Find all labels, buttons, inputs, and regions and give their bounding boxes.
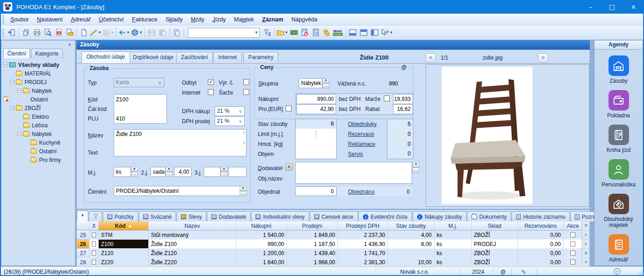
table-row[interactable]: 28 Z220 Židle Z220 1 640,00 1 968,00 2 3…	[77, 258, 583, 267]
objednat-input[interactable]: 0	[295, 186, 337, 196]
tree-item-prodej-nabytek[interactable]: Nábytek	[3, 86, 73, 95]
scroll-goto-icon[interactable]: ✕	[582, 258, 589, 267]
x-cell[interactable]	[90, 249, 99, 258]
search-input[interactable]	[189, 29, 252, 37]
mj2-coef-input[interactable]: 4,00	[174, 167, 191, 177]
status-check-icon[interactable]: ✓	[614, 268, 620, 275]
menu-napoveda[interactable]: Nápověda	[287, 15, 322, 25]
nazev-input[interactable]: Židle Z100	[116, 131, 142, 137]
menu-mzdy[interactable]: Mzdy	[186, 15, 208, 25]
panel-main-button[interactable]	[358, 27, 369, 38]
tab-doplnkove-udaje[interactable]: Doplňkové údaje	[128, 52, 178, 63]
tab-obchodni-udaje[interactable]: Obchodní údaje	[81, 51, 130, 63]
product-image[interactable]	[442, 67, 533, 204]
mail-document-button[interactable]	[64, 27, 75, 38]
mj2-input[interactable]: sada	[151, 167, 166, 177]
tab-slevy[interactable]: Slevy	[176, 211, 206, 221]
dropdown-button[interactable]: ▼	[240, 186, 247, 191]
tab-svazane[interactable]: Svázané	[139, 211, 176, 221]
web-services-button[interactable]: ▼	[131, 27, 143, 38]
sarze-checkbox[interactable]	[243, 89, 249, 95]
agenda-folder-button[interactable]: ▼	[276, 27, 289, 38]
menu-jizdy[interactable]: Jízdy	[208, 15, 230, 25]
rezervovano-header[interactable]: Rezervováno	[518, 221, 564, 231]
exit-agenda-button[interactable]	[6, 27, 17, 38]
mj3-input[interactable]	[204, 167, 221, 177]
sklad-cell[interactable]: ZBOŽÍ	[472, 249, 518, 258]
akce-cell[interactable]	[564, 240, 583, 249]
tree-item-elektro[interactable]: Elektro	[3, 112, 73, 121]
stav-cell[interactable]	[388, 249, 434, 258]
save-copy-button[interactable]	[157, 27, 168, 38]
internet-checkbox[interactable]	[208, 89, 214, 95]
panel-bottom-button[interactable]	[347, 27, 358, 38]
rezervovano-cell[interactable]: 0,00	[518, 249, 564, 258]
tree-item-zbozi-nabytek[interactable]: Nábytek	[3, 130, 73, 138]
back-button[interactable]: ▼	[118, 27, 131, 38]
prodejni-dph-cell[interactable]: 2 381,30	[338, 258, 388, 267]
prodejni-header[interactable]: Prodejní	[287, 221, 338, 231]
sklad-cell[interactable]: PRODEJ	[472, 240, 518, 249]
tab-kategorie[interactable]: Kategorie	[31, 49, 62, 59]
menu-ucetnictvi[interactable]: Účetnictví	[95, 15, 128, 25]
price-at-icon[interactable]: @	[399, 64, 408, 70]
mj-header[interactable]: M.j.	[434, 221, 472, 231]
filter-button[interactable]	[262, 27, 273, 38]
prodejni-dph-cell[interactable]: 2 237,30	[338, 231, 388, 240]
dph-prodej-select[interactable]: 21 %∨	[215, 116, 245, 126]
tree-item-prodej[interactable]: PRODEJ	[3, 78, 73, 86]
nakupni-input[interactable]: 990,00	[297, 94, 336, 104]
menu-fakturace[interactable]: Fakturace	[128, 15, 161, 25]
prodejni-cell[interactable]: 1 439,40	[287, 249, 338, 258]
collapse-icon[interactable]	[17, 132, 21, 136]
collapse-icon[interactable]	[10, 106, 14, 110]
tab-nakupy-zasoby[interactable]: iNákupy zásoby	[413, 211, 467, 221]
kod-cell[interactable]: STM	[99, 231, 149, 240]
nazev-cell[interactable]: Stůl montovaný	[149, 231, 236, 240]
dropdown-button[interactable]: ▼	[413, 162, 419, 167]
print-preview-button[interactable]	[42, 27, 53, 38]
nakupni-header[interactable]: Nákupní	[236, 221, 287, 231]
nazev-cell[interactable]: Židle Z120	[149, 249, 236, 258]
minimize-button[interactable]: –	[580, 0, 601, 14]
agenda-pokladna[interactable]: Pokladna	[594, 90, 643, 119]
objednano-link[interactable]: Objednáno	[348, 189, 375, 195]
nazev-header[interactable]: Název	[149, 221, 236, 231]
grid-button[interactable]: ▼	[102, 27, 115, 38]
stav-cell[interactable]: 4,00	[388, 231, 434, 240]
sklad-cell[interactable]: ZBOŽÍ	[472, 231, 518, 240]
akce-cell[interactable]	[564, 258, 583, 267]
dph-nakup-select[interactable]: 21 %∨	[215, 106, 245, 116]
mj-cell[interactable]: ks	[434, 231, 472, 240]
row-checkbox[interactable]	[92, 232, 96, 237]
rezervovano-cell[interactable]: 0,00	[518, 258, 564, 267]
pro-eur-checkbox[interactable]	[286, 105, 292, 111]
kod-cell[interactable]: Z120	[99, 249, 149, 258]
more-button[interactable]: …	[131, 172, 138, 177]
tab-cenove-akce[interactable]: Cenové akce	[310, 211, 358, 221]
tree-item-material[interactable]: MATERIÁL	[3, 69, 73, 78]
search-dropdown-arrow[interactable]: ▼	[255, 30, 258, 35]
tab-star[interactable]: *	[77, 211, 88, 221]
more-button[interactable]: …	[413, 167, 419, 173]
nakupni-cell[interactable]: 1 200,00	[236, 249, 287, 258]
tree-item-leciva[interactable]: Léčiva	[3, 121, 73, 130]
more-button[interactable]: …	[240, 191, 247, 196]
panel-side-button[interactable]	[369, 27, 380, 38]
nazev-cell[interactable]: Židle Z100	[149, 240, 236, 249]
servis-link[interactable]: Servis	[348, 151, 363, 157]
akce-checkbox[interactable]	[570, 232, 575, 237]
reklamace-link[interactable]: Reklamace	[348, 141, 375, 147]
odbyt-checkbox[interactable]	[208, 79, 214, 85]
agenda-personalistika[interactable]: Personalistika	[594, 159, 643, 188]
akce-cell[interactable]	[564, 231, 583, 240]
menu-nastaveni[interactable]: Nastavení	[33, 15, 66, 25]
mj-buttons[interactable]: ▼…	[131, 167, 138, 177]
tab-internet[interactable]: Internet	[213, 52, 242, 63]
kod-input[interactable]: Z100	[116, 96, 128, 103]
tree-item-zbozi-ostatni[interactable]: Ostatní	[3, 147, 73, 156]
tab-individualni-slevy[interactable]: Individuální slevy	[251, 211, 309, 221]
agendy-header[interactable]: Agendy	[594, 40, 643, 50]
menu-soubor[interactable]: Soubor	[6, 15, 33, 25]
vat-calculator-button[interactable]	[300, 27, 311, 38]
